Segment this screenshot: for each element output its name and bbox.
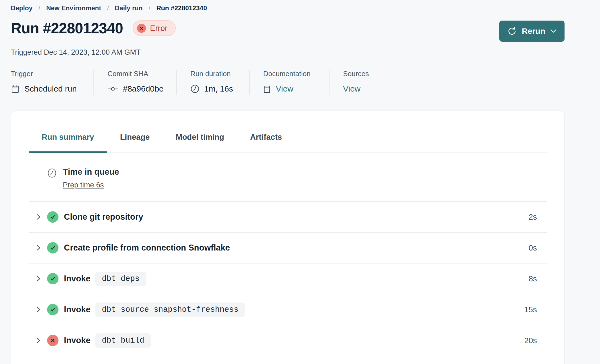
meta-value-commit-sha: #8a96d0be	[123, 84, 164, 93]
book-icon	[263, 84, 271, 94]
commit-icon	[107, 86, 118, 92]
step-command-badge: dbt deps	[95, 272, 146, 286]
breadcrumb-current-run: Run #228012340	[156, 4, 207, 12]
chevron-right-icon	[36, 275, 41, 282]
step-name: Invoke	[64, 336, 90, 345]
breadcrumb-new-environment[interactable]: New Environment	[46, 4, 101, 12]
tab-model-timing[interactable]: Model timing	[163, 125, 237, 153]
tab-artifacts[interactable]: Artifacts	[237, 125, 295, 153]
step-row-create-profile[interactable]: Create profile from connection Snowflake…	[29, 232, 547, 263]
step-duration: 0s	[529, 243, 537, 252]
step-row-invoke-dbt-deps[interactable]: Invoke dbt deps 8s	[29, 263, 547, 294]
step-row-clone-git-repository[interactable]: Clone git repository 2s	[29, 201, 547, 232]
time-in-queue-section: Time in queue Prep time 6s	[29, 153, 547, 201]
meta-run-duration: Run duration 1m, 16s	[176, 70, 249, 95]
chevron-down-icon	[550, 29, 556, 33]
chevron-right-icon	[36, 213, 41, 221]
step-command-badge: dbt source snapshot-freshness	[95, 303, 245, 317]
meta-label: Sources	[343, 70, 369, 78]
run-meta: Trigger Scheduled run Commit SHA	[11, 70, 565, 95]
clock-icon	[190, 84, 200, 93]
sources-view-link[interactable]: View	[343, 84, 360, 93]
tab-run-summary[interactable]: Run summary	[29, 125, 107, 153]
chevron-right-icon	[36, 337, 41, 344]
step-name: Invoke	[64, 305, 90, 314]
meta-label: Documentation	[263, 70, 321, 78]
chevron-right-icon	[36, 306, 41, 313]
meta-documentation: Documentation View	[249, 70, 329, 95]
meta-value-trigger: Scheduled run	[24, 84, 77, 93]
tab-bar: Run summary Lineage Model timing Artifac…	[29, 125, 547, 153]
refresh-icon	[507, 27, 517, 36]
meta-trigger: Trigger Scheduled run	[11, 70, 93, 95]
page: Deploy / New Environment / Daily run / R…	[11, 0, 565, 364]
success-check-icon	[47, 304, 58, 315]
step-name: Create profile from connection Snowflake	[64, 243, 230, 253]
prep-time-link[interactable]: Prep time 6s	[63, 181, 104, 189]
meta-label: Trigger	[11, 70, 85, 78]
breadcrumb-daily-run[interactable]: Daily run	[115, 4, 143, 12]
breadcrumb-separator: /	[107, 4, 109, 12]
success-check-icon	[47, 242, 58, 253]
breadcrumb-separator: /	[38, 4, 40, 12]
status-badge-label: Error	[150, 24, 167, 33]
step-duration: 2s	[529, 213, 537, 222]
step-duration: 15s	[524, 305, 537, 314]
tab-lineage[interactable]: Lineage	[107, 125, 163, 153]
calendar-icon	[11, 84, 20, 93]
clock-icon	[48, 168, 56, 189]
step-duration: 20s	[524, 336, 537, 345]
error-x-icon	[47, 335, 58, 346]
step-command-badge: dbt build	[95, 333, 151, 348]
rerun-button[interactable]: Rerun	[499, 21, 565, 42]
run-detail-card: Run summary Lineage Model timing Artifac…	[11, 110, 565, 364]
breadcrumb: Deploy / New Environment / Daily run / R…	[11, 0, 565, 12]
step-duration: 8s	[529, 274, 537, 283]
time-in-queue-title: Time in queue	[63, 167, 119, 177]
step-name: Clone git repository	[64, 212, 143, 222]
step-list: Clone git repository 2s Create profile f…	[29, 201, 547, 356]
step-name: Invoke	[64, 274, 90, 284]
meta-value-run-duration: 1m, 16s	[204, 84, 233, 93]
title-group: Run #228012340 Error	[11, 20, 176, 37]
documentation-view-link[interactable]: View	[276, 84, 293, 93]
x-circle-icon	[137, 24, 146, 33]
chevron-right-icon	[36, 244, 41, 252]
header: Run #228012340 Error Rerun	[11, 20, 565, 42]
rerun-button-label: Rerun	[522, 27, 545, 36]
breadcrumb-separator: /	[149, 4, 151, 12]
meta-label: Run duration	[190, 70, 241, 78]
step-row-invoke-dbt-source-snapshot-freshness[interactable]: Invoke dbt source snapshot-freshness 15s	[29, 294, 547, 325]
triggered-timestamp: Triggered Dec 14, 2023, 12:00 AM GMT	[11, 48, 565, 57]
step-row-invoke-dbt-build[interactable]: Invoke dbt build 20s	[29, 325, 547, 356]
page-title: Run #228012340	[11, 20, 123, 37]
meta-commit-sha: Commit SHA #8a96d0be	[93, 70, 176, 95]
status-badge: Error	[133, 20, 175, 36]
meta-label: Commit SHA	[107, 70, 168, 78]
meta-sources: Sources View	[329, 70, 377, 95]
success-check-icon	[47, 211, 58, 223]
breadcrumb-deploy[interactable]: Deploy	[11, 4, 32, 12]
success-check-icon	[47, 273, 58, 284]
